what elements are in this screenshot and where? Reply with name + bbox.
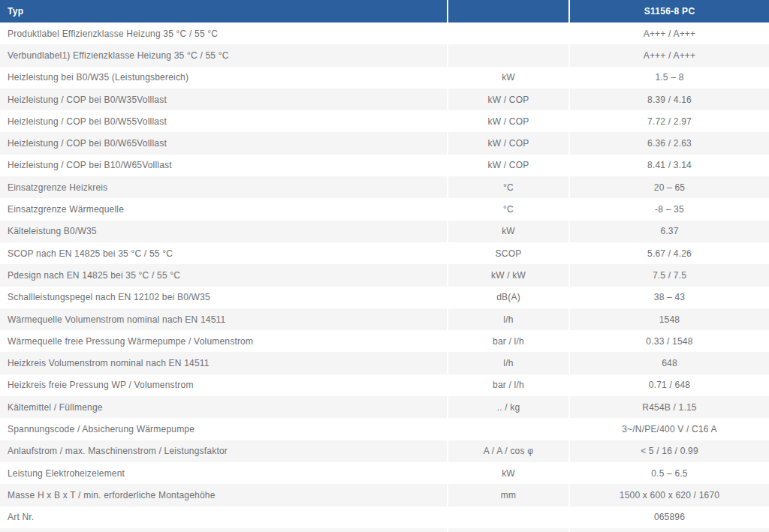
spec-value: 8.41 / 3.14 [570, 155, 769, 176]
table-row: Einsatzgrenze Heizkreis°C20 – 65 [0, 176, 769, 198]
table-row: Art Nr.065896 [0, 506, 769, 528]
spec-unit: bar / l/h [448, 330, 568, 352]
table-row: Produktlabel Effizienzklasse Heizung 35 … [0, 23, 769, 44]
spec-value: 8.39 / 4.16 [570, 89, 769, 110]
table-row: Einsatzgrenze Wärmequelle°C-8 – 35 [0, 198, 769, 220]
spec-label: Leistung Elektroheizelement [0, 462, 447, 484]
spec-label: Einsatzgrenze Heizkreis [0, 176, 447, 198]
table-row: Anlaufstrom / max. Maschinenstrom / Leis… [0, 440, 769, 462]
spec-value: A+++ / A+++ [570, 44, 769, 66]
spec-value: 1500 x 600 x 620 / 1670 [570, 484, 769, 506]
spec-value: 1.5 – 8 [570, 67, 769, 89]
spec-value: 6.37 [570, 221, 769, 242]
spec-unit [448, 506, 568, 528]
spec-unit: dB(A) [448, 287, 568, 308]
spec-unit: .. / kg [448, 396, 568, 418]
table-row: Leistung ElektroheizelementkW0.5 – 6.5 [0, 462, 769, 484]
spec-label: Heizleistung / COP bei B0/W65Volllast [0, 132, 447, 154]
table-row: Wärmequelle Volumenstrom nominal nach EN… [0, 308, 769, 330]
table-row: Heizleistung bei B0/W35 (Leistungsbereic… [0, 67, 769, 89]
spec-label: Anlaufstrom / max. Maschinenstrom / Leis… [0, 440, 447, 462]
spec-unit: kW / COP [448, 132, 568, 154]
spec-label: Verbundlabel1) Effizienzklasse Heizung 3… [0, 44, 447, 66]
spec-label: Wärmequelle freie Pressung Wärmepumpe / … [0, 330, 447, 352]
spec-unit: kW / COP [448, 155, 568, 176]
spec-label: Kälteleistung B0/W35 [0, 221, 447, 242]
spec-value: 065896 [570, 506, 769, 528]
spec-unit: A / A / cos φ [448, 440, 568, 462]
spec-unit: kW / kW [448, 264, 568, 286]
table-row: Heizkreis freie Pressung WP / Volumenstr… [0, 374, 769, 396]
spec-unit: °C [448, 198, 568, 220]
table-row: Schallleistungspegel nach EN 12102 bei B… [0, 287, 769, 308]
spec-value: -8 – 35 [570, 198, 769, 220]
table-row: Kältemittel / Füllmenge.. / kgR454B / 1.… [0, 396, 769, 418]
table-row: Pdesign nach EN 14825 bei 35 °C / 55 °Ck… [0, 264, 769, 286]
spec-value: 0.33 / 1548 [570, 330, 769, 352]
spec-unit: °C [448, 176, 568, 198]
spec-unit: l/h [448, 308, 568, 330]
product-spec-table: Typ S1156-8 PC Produktlabel Effizienzkla… [0, 0, 769, 532]
spec-value: < 5 / 16 / 0.99 [570, 440, 769, 462]
spec-label: Heizkreis freie Pressung WP / Volumenstr… [0, 374, 447, 396]
table-row: Heizleistung / COP bei B0/W55VolllastkW … [0, 110, 769, 132]
table-row: Verbundlabel1) Effizienzklasse Heizung 3… [0, 44, 769, 66]
spec-value: 5.67 / 4.26 [570, 242, 769, 264]
spec-unit: bar / l/h [448, 374, 568, 396]
table-row: Heizleistung / COP bei B10/W65VolllastkW… [0, 155, 769, 176]
table-row: Spannungscode / Absicherung Wärmepumpe3~… [0, 418, 769, 440]
table-body: Produktlabel Effizienzklasse Heizung 35 … [0, 23, 769, 528]
spec-unit: kW / COP [448, 89, 568, 110]
spec-value: A+++ / A+++ [570, 23, 769, 44]
table-row: Masse H x B x T / min. erforderliche Mon… [0, 484, 769, 506]
table-row: Wärmequelle freie Pressung Wärmepumpe / … [0, 330, 769, 352]
header-model-label: S1156-8 PC [570, 0, 769, 23]
spec-label: Schallleistungspegel nach EN 12102 bei B… [0, 287, 447, 308]
spec-value: 648 [570, 352, 769, 374]
spec-unit [448, 418, 568, 440]
spec-unit: SCOP [448, 242, 568, 264]
spec-unit: kW / COP [448, 110, 568, 132]
table-row: Heizleistung / COP bei B0/W35VolllastkW … [0, 89, 769, 110]
spec-value: 0.71 / 648 [570, 374, 769, 396]
spec-label: Einsatzgrenze Wärmequelle [0, 198, 447, 220]
spec-unit [448, 23, 568, 44]
spec-value: 38 – 43 [570, 287, 769, 308]
header-unit-column [448, 0, 568, 23]
spec-value: 7.72 / 2.97 [570, 110, 769, 132]
cutoff-value-cell [570, 528, 769, 532]
spec-value: 7.5 / 7.5 [570, 264, 769, 286]
spec-label: Heizleistung bei B0/W35 (Leistungsbereic… [0, 67, 447, 89]
spec-label: Spannungscode / Absicherung Wärmepumpe [0, 418, 447, 440]
spec-label: Heizkreis Volumenstrom nominal nach EN 1… [0, 352, 447, 374]
spec-label: SCOP nach EN 14825 bei 35 °C / 55 °C [0, 242, 447, 264]
spec-label: Art Nr. [0, 506, 447, 528]
spec-unit [448, 44, 568, 66]
spec-unit: kW [448, 221, 568, 242]
spec-label: Kältemittel / Füllmenge [0, 396, 447, 418]
spec-unit: kW [448, 67, 568, 89]
header-typ-label: Typ [0, 0, 447, 23]
spec-value: 0.5 – 6.5 [570, 462, 769, 484]
table-header-row: Typ S1156-8 PC [0, 0, 769, 23]
spec-label: Pdesign nach EN 14825 bei 35 °C / 55 °C [0, 264, 447, 286]
spec-label: Masse H x B x T / min. erforderliche Mon… [0, 484, 447, 506]
table-row: Heizleistung / COP bei B0/W65VolllastkW … [0, 132, 769, 154]
spec-unit: kW [448, 462, 568, 484]
spec-unit: l/h [448, 352, 568, 374]
table-row: Heizkreis Volumenstrom nominal nach EN 1… [0, 352, 769, 374]
spec-label: Heizleistung / COP bei B0/W35Volllast [0, 89, 447, 110]
spec-label: Heizleistung / COP bei B0/W55Volllast [0, 110, 447, 132]
spec-value: 20 – 65 [570, 176, 769, 198]
spec-label: Heizleistung / COP bei B10/W65Volllast [0, 155, 447, 176]
spec-unit: mm [448, 484, 568, 506]
spec-label: Wärmequelle Volumenstrom nominal nach EN… [0, 308, 447, 330]
cutoff-unit-cell [448, 528, 568, 532]
spec-value: 6.36 / 2.63 [570, 132, 769, 154]
spec-label: Produktlabel Effizienzklasse Heizung 35 … [0, 23, 447, 44]
spec-value: R454B / 1.15 [570, 396, 769, 418]
spec-value: 3~/N/PE/400 V / C16 A [570, 418, 769, 440]
spec-value: 1548 [570, 308, 769, 330]
next-row-cutoff [0, 528, 769, 532]
table-row: Kälteleistung B0/W35kW6.37 [0, 221, 769, 242]
